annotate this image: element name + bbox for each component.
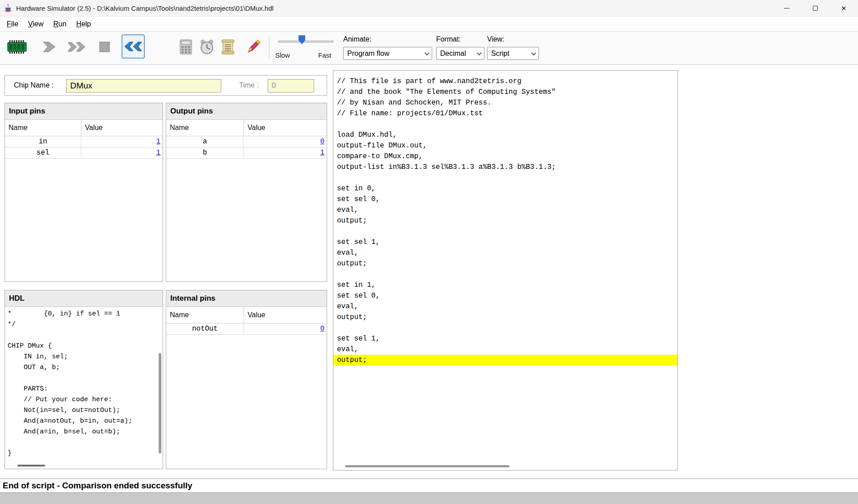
- view-script-button[interactable]: [219, 36, 237, 58]
- maximize-button[interactable]: [801, 0, 829, 17]
- code-line: // File name: projects/01/DMux.tst: [333, 108, 677, 119]
- titlebar: Hardware Simulator (2.5) - D:\Kalvium Ca…: [0, 0, 858, 17]
- code-line: [8, 437, 157, 448]
- time-label: Time :: [239, 81, 259, 89]
- speed-slider-track[interactable]: [278, 41, 333, 42]
- view-dropdown[interactable]: Script: [487, 47, 539, 60]
- minimize-button[interactable]: [772, 0, 801, 17]
- menubar: File View Run Help: [0, 17, 858, 31]
- internal-pins-title: Internal pins: [166, 290, 327, 307]
- menu-help[interactable]: Help: [72, 20, 96, 28]
- pin-value-cell: 1: [244, 147, 327, 158]
- java-icon: [4, 4, 13, 13]
- code-line: // and the book "The Elements of Computi…: [333, 87, 677, 97]
- eval-button[interactable]: [177, 36, 195, 58]
- hdl-horizontal-scrollbar[interactable]: [17, 465, 45, 466]
- view-dropdown-value: Script: [491, 50, 509, 58]
- chip-name-label: Chip Name :: [14, 81, 54, 89]
- code-line: [8, 330, 157, 341]
- chevron-down-icon: [531, 50, 536, 55]
- pin-value[interactable]: 1: [320, 149, 324, 157]
- chip-name-input[interactable]: DMux: [66, 79, 221, 92]
- fast-forward-icon: [67, 40, 86, 54]
- time-input[interactable]: 0: [268, 79, 314, 92]
- column-header-name: Name: [166, 307, 244, 323]
- code-line: IN in, sel;: [8, 352, 157, 362]
- statusbar: End of script - Comparison ended success…: [0, 479, 858, 493]
- code-line: * {0, in} if sel == 1: [8, 309, 157, 319]
- output-pins-rows: a0b1: [166, 136, 327, 159]
- clock-button[interactable]: [198, 36, 216, 58]
- time-value: 0: [272, 81, 276, 90]
- rewind-icon: [124, 40, 143, 53]
- pin-value[interactable]: 1: [156, 138, 160, 146]
- format-dropdown[interactable]: Decimal: [436, 47, 484, 60]
- output-pins-table-header: Name Value: [166, 120, 327, 136]
- script-content: // This file is part of www.nand2tetris.…: [333, 71, 677, 463]
- close-button[interactable]: ✕: [829, 0, 858, 17]
- code-line: // by Nisan and Schocken, MIT Press.: [333, 97, 677, 108]
- pin-name: a: [166, 136, 244, 147]
- single-step-icon: [42, 40, 57, 54]
- code-line: PARTS:: [8, 384, 157, 395]
- hdl-panel: HDL * {0, in} if sel == 1*/ CHIP DMux { …: [4, 290, 163, 469]
- code-line: [333, 172, 677, 183]
- pin-value[interactable]: 0: [320, 138, 324, 146]
- hdl-title: HDL: [5, 290, 163, 307]
- internal-pins-panel: Internal pins Name Value notOut0: [166, 290, 327, 469]
- load-chip-button[interactable]: [6, 36, 29, 58]
- slider-slow-label: Slow: [275, 51, 290, 59]
- code-line: // This file is part of www.nand2tetris.…: [333, 76, 677, 87]
- code-line: Not(in=sel, out=notOut);: [8, 405, 157, 416]
- edit-button[interactable]: [244, 36, 264, 58]
- animate-dropdown-value: Program flow: [347, 50, 389, 58]
- internal-pins-table-header: Name Value: [166, 307, 327, 323]
- chip-icon: [7, 40, 28, 54]
- hardware-simulator-window: Hardware Simulator (2.5) - D:\Kalvium Ca…: [0, 0, 858, 504]
- pin-row: b1: [166, 147, 327, 159]
- code-line: eval,: [333, 344, 677, 355]
- clock-icon: [199, 39, 215, 55]
- maximize-icon: [813, 6, 818, 11]
- code-line: eval,: [333, 301, 677, 312]
- column-header-value: Value: [81, 120, 163, 136]
- view-label: View:: [487, 35, 505, 43]
- hdl-vertical-scrollbar[interactable]: [159, 353, 161, 454]
- scroll-icon: [221, 39, 235, 55]
- slider-fast-label: Fast: [318, 51, 331, 59]
- code-line: load DMux.hdl,: [333, 130, 677, 140]
- code-line: And(a=in, b=sel, out=b);: [8, 427, 157, 437]
- window-controls: ✕: [772, 0, 858, 17]
- column-header-name: Name: [5, 120, 81, 136]
- code-line: // Put your code here:: [8, 395, 157, 405]
- code-line: compare-to DMux.cmp,: [333, 151, 677, 162]
- reset-button[interactable]: [122, 34, 145, 59]
- animate-label: Animate:: [343, 35, 371, 43]
- pin-value-cell: 1: [81, 136, 163, 147]
- column-header-value: Value: [244, 120, 327, 136]
- code-line: output-list in%B3.1.3 sel%B3.1.3 a%B3.1.…: [333, 162, 677, 172]
- pin-value[interactable]: 1: [156, 149, 160, 157]
- code-line: set sel 1,: [333, 237, 677, 248]
- pin-row: in1: [5, 136, 163, 147]
- run-button[interactable]: [66, 36, 87, 58]
- chip-name-value: DMux: [70, 81, 93, 91]
- speed-slider-thumb[interactable]: [299, 35, 305, 44]
- stop-button[interactable]: [96, 36, 114, 58]
- status-message: End of script - Comparison ended success…: [3, 481, 192, 491]
- pin-value[interactable]: 0: [320, 325, 324, 333]
- single-step-button[interactable]: [40, 36, 58, 58]
- animate-dropdown[interactable]: Program flow: [343, 47, 432, 60]
- code-line: set sel 0,: [333, 194, 677, 205]
- chip-header-panel: Chip Name : DMux Time : 0: [4, 75, 327, 96]
- menu-run[interactable]: Run: [48, 20, 71, 28]
- input-pins-rows: in1sel1: [5, 136, 163, 159]
- pin-row: notOut0: [166, 323, 327, 335]
- stop-icon: [99, 41, 110, 53]
- menu-file[interactable]: File: [2, 20, 23, 28]
- menu-view[interactable]: View: [23, 20, 48, 28]
- column-header-name: Name: [166, 120, 244, 136]
- code-line: [333, 119, 677, 130]
- script-horizontal-scrollbar[interactable]: [345, 465, 509, 467]
- code-line: set in 0,: [333, 183, 677, 194]
